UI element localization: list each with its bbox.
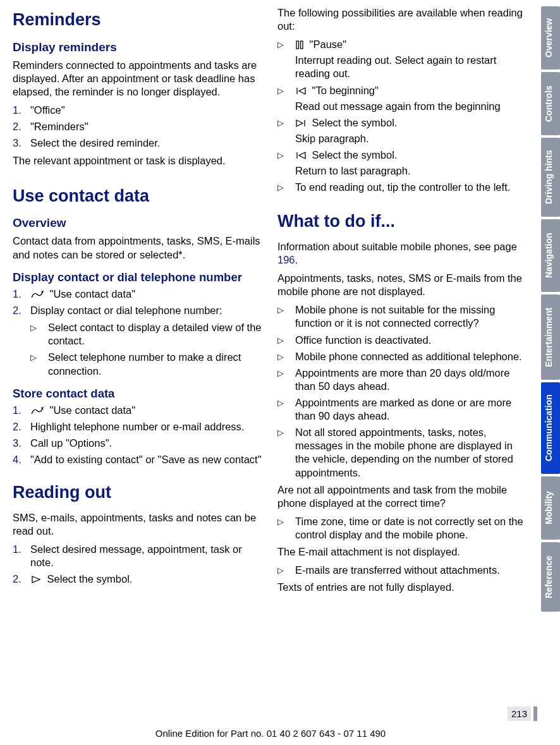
heading-reading-out: Reading out — [13, 482, 262, 504]
text-not-fully-displayed: Texts of entries are not fully displayed… — [277, 581, 527, 594]
side-tabs: Overview Controls Driving hints Navigati… — [541, 6, 560, 745]
text-following: The following possibilities are availabl… — [277, 6, 527, 33]
attach-cause-list: ▷E-mails are transferred without attachm… — [277, 564, 527, 577]
radio-signal-icon — [30, 406, 44, 415]
tab-navigation[interactable]: Navigation — [541, 219, 560, 292]
bullet-text: Select contact to display a detailed vie… — [48, 321, 262, 348]
skip-forward-icon — [295, 119, 307, 128]
step-text: Call up "Options". — [30, 437, 262, 450]
text-not-displayed: Appointments, tasks, notes, SMS or E-mai… — [277, 272, 527, 298]
bullet-text: Not all stored appointments, tasks, note… — [295, 426, 527, 479]
radio-signal-icon — [30, 290, 44, 299]
text-overview: Contact data from appointments, tasks, S… — [13, 234, 262, 261]
step-text: "Add to existing contact" or "Save as ne… — [30, 453, 262, 466]
bullet-text: Select telephone number to make a direct… — [48, 351, 262, 377]
page-number: 213 — [508, 706, 531, 721]
heading-display-contact: Display contact or dial telephone number — [13, 270, 262, 284]
page-link-196[interactable]: 196 — [277, 254, 295, 265]
bullet-text: Time zone, time or date is not correctly… — [295, 515, 527, 542]
bullet-text: Select the symbol. Return to last paragr… — [295, 148, 527, 178]
footer-text: Online Edition for Part no. 01 40 2 607 … — [0, 728, 541, 739]
step-text: Select the symbol. — [30, 572, 262, 586]
text-reminders-intro: Reminders connected to appointments and … — [13, 59, 262, 99]
causes-list: ▷Mobile phone is not suitable for the mi… — [277, 303, 527, 479]
bullet-text: Select the symbol. Skip paragraph. — [295, 116, 527, 145]
tab-mobility[interactable]: Mobility — [541, 476, 560, 540]
display-contact-substeps: ▷Select contact to display a detailed vi… — [30, 321, 262, 377]
step-text: Highlight telephone number or e-mail add… — [30, 420, 262, 433]
skip-begin-icon — [295, 87, 307, 95]
step-text: "Reminders" — [30, 120, 262, 133]
heading-overview: Overview — [13, 215, 262, 231]
bullet-text: Mobile phone is not suitable for the mis… — [295, 303, 527, 330]
bullet-text: Mobile phone connected as additional tel… — [295, 350, 527, 363]
bullet-text: "To beginning" Read out message again fr… — [295, 84, 527, 113]
text-time-question: Are not all appointments and task from t… — [277, 483, 527, 510]
text-info-phones: Information about suitable mobile phones… — [277, 240, 527, 267]
left-column: Reminders Display reminders Reminders co… — [13, 6, 262, 745]
bullet-text: Appointments are marked as done or are m… — [295, 396, 527, 423]
tab-communication[interactable]: Communication — [541, 382, 560, 474]
page-bar — [533, 706, 537, 721]
step-text: Select the desired reminder. — [30, 136, 262, 150]
heading-what-to-do: What to do if... — [277, 210, 527, 233]
text-reminders-output: The relevant appointment or task is disp… — [13, 154, 262, 167]
tab-overview[interactable]: Overview — [541, 6, 560, 70]
tab-reference[interactable]: Reference — [541, 542, 560, 612]
step-text: Display contact or dial telephone number… — [30, 304, 262, 317]
store-contact-steps: 1. "Use contact data" 2.Highlight teleph… — [13, 404, 262, 466]
step-text: "Office" — [30, 104, 262, 117]
svg-rect-1 — [301, 41, 303, 49]
skip-back-icon — [295, 151, 307, 160]
tab-controls[interactable]: Controls — [541, 72, 560, 135]
heading-use-contact-data: Use contact data — [13, 185, 262, 207]
text-reading-intro: SMS, e-mails, appointments, tasks and no… — [13, 511, 262, 538]
right-column: The following possibilities are availabl… — [277, 6, 527, 745]
step-text: Select desired message, appointment, tas… — [30, 543, 262, 569]
bullet-text: Office function is deactivated. — [295, 334, 527, 347]
heading-reminders: Reminders — [13, 9, 262, 31]
bullet-text: Appointments are more than 20 days old/m… — [295, 366, 527, 393]
readout-options: ▷ "Pause" Interrupt reading out. Select … — [277, 38, 527, 194]
step-text: "Use contact data" — [30, 404, 262, 417]
heading-display-reminders: Display reminders — [13, 40, 262, 55]
text-attachment: The E-mail attachment is not displayed. — [277, 545, 527, 559]
svg-rect-0 — [296, 41, 299, 49]
content-area: Reminders Display reminders Reminders co… — [13, 6, 539, 745]
reminders-steps: 1."Office" 2."Reminders" 3.Select the de… — [13, 104, 262, 150]
time-cause-list: ▷Time zone, time or date is not correctl… — [277, 515, 527, 542]
step-text: "Use contact data" — [30, 288, 262, 301]
bullet-text: E-mails are transferred without attachme… — [295, 564, 527, 577]
pause-icon — [295, 40, 304, 49]
heading-store-contact: Store contact data — [13, 387, 262, 400]
play-icon — [30, 575, 42, 584]
tab-driving-hints[interactable]: Driving hints — [541, 138, 560, 217]
tab-entertainment[interactable]: Entertainment — [541, 294, 560, 380]
reading-steps: 1.Select desired message, appointment, t… — [13, 543, 262, 586]
bullet-text: "Pause" Interrupt reading out. Select ag… — [295, 38, 527, 80]
bullet-text: To end reading out, tip the controller t… — [295, 181, 527, 194]
display-contact-steps: 1. "Use contact data" 2.Display contact … — [13, 288, 262, 317]
